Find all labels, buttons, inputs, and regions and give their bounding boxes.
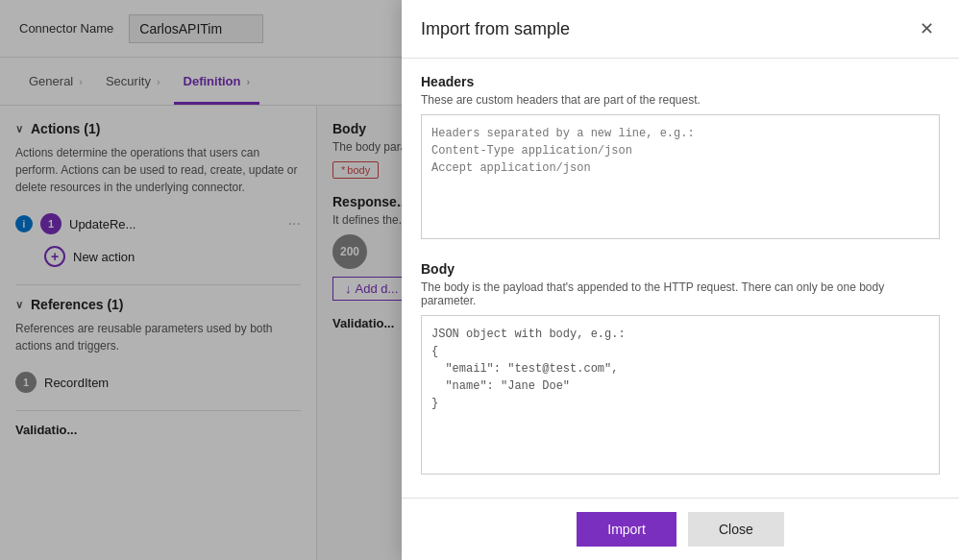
headers-label: Headers: [421, 74, 940, 89]
body-label: Body: [421, 261, 940, 277]
modal-body: Headers These are custom headers that ar…: [402, 59, 959, 498]
headers-textarea[interactable]: [421, 114, 940, 239]
modal-close-button[interactable]: ✕: [913, 15, 940, 42]
body-textarea[interactable]: JSON object with body, e.g.: { "email": …: [421, 315, 940, 475]
headers-description: These are custom headers that are part o…: [421, 93, 940, 107]
main-app: Connector Name CarlosAPITim General › Se…: [0, 0, 959, 560]
modal-title: Import from sample: [421, 19, 570, 39]
headers-field-group: Headers These are custom headers that ar…: [421, 74, 940, 242]
body-description: The body is the payload that's appended …: [421, 280, 940, 307]
body-field-group: Body The body is the payload that's appe…: [421, 261, 940, 477]
import-from-sample-modal: Import from sample ✕ Headers These are c…: [402, 0, 959, 560]
modal-header: Import from sample ✕: [402, 0, 959, 59]
import-button[interactable]: Import: [577, 512, 676, 547]
modal-footer: Import Close: [402, 498, 959, 560]
close-button[interactable]: Close: [688, 512, 784, 547]
